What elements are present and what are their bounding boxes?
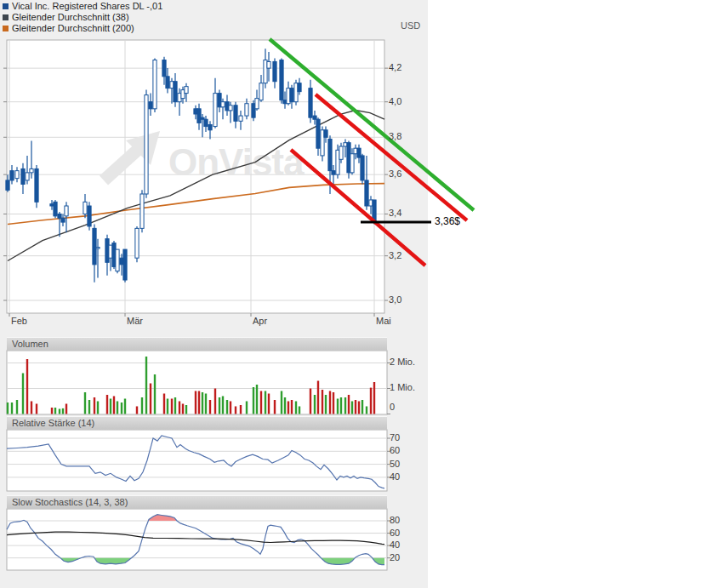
- candle-body: [116, 249, 119, 271]
- y-axis-price-label: 3,0: [389, 294, 401, 305]
- candle-body: [61, 218, 65, 222]
- volume-bar: [253, 387, 254, 414]
- candle-body: [10, 171, 14, 180]
- onvista-chart-page: OnVista Vical Inc. Registered Shares DL …: [0, 0, 723, 588]
- candle-body: [221, 102, 225, 107]
- volume-bar: [295, 402, 297, 414]
- volume-bar: [31, 402, 32, 414]
- legend-item-instrument: Vical Inc. Registered Shares DL -,01: [3, 1, 162, 11]
- volume-bar: [281, 391, 282, 414]
- candle-body: [229, 106, 232, 111]
- ma38-swatch-icon: [3, 14, 9, 20]
- volume-panel-header: Volumen: [7, 337, 387, 351]
- volume-bar: [136, 407, 138, 414]
- candle-body: [93, 228, 96, 264]
- candle-body: [204, 119, 208, 126]
- rsi-panel-header: Relative Stärke (14): [7, 416, 387, 430]
- volume-bar: [174, 397, 176, 414]
- volume-bar: [124, 399, 126, 414]
- y-axis-price-label: 3,4: [389, 208, 401, 218]
- y-axis-price-label: 3,2: [389, 250, 401, 260]
- candle-body: [83, 202, 87, 214]
- candle-body: [6, 180, 9, 190]
- stoch-axis-label: 40: [390, 539, 400, 550]
- candle-body: [365, 180, 368, 206]
- volume-bar: [145, 357, 147, 414]
- volume-bar: [246, 402, 248, 414]
- volume-bar: [314, 395, 316, 414]
- y-axis-price-label: 4,0: [389, 96, 401, 106]
- volume-bar: [268, 394, 270, 414]
- volume-bar: [219, 397, 220, 414]
- volume-bar: [284, 397, 286, 414]
- volume-bar: [26, 359, 28, 414]
- volume-bar: [205, 394, 207, 414]
- volume-bar: [230, 402, 231, 414]
- candle-body: [332, 171, 335, 174]
- volume-bar: [65, 404, 67, 414]
- candle-body: [290, 88, 293, 102]
- volume-bar: [62, 408, 64, 414]
- candle-body: [96, 248, 100, 248]
- candle-body: [21, 168, 25, 184]
- volume-axis-label: 2 Mio.: [390, 357, 415, 367]
- candle-body: [324, 130, 327, 137]
- volume-bar: [167, 399, 168, 414]
- volume-bar: [110, 399, 111, 414]
- volume-bar: [117, 402, 118, 414]
- volume-bar: [182, 404, 184, 414]
- candle-body: [239, 116, 242, 121]
- volume-bar: [370, 388, 372, 414]
- volume-bar: [317, 381, 319, 414]
- volume-bar: [344, 397, 346, 414]
- candle-body: [208, 124, 212, 129]
- volume-bar: [235, 407, 236, 414]
- volume-bar: [185, 405, 187, 414]
- candle-body: [313, 116, 316, 119]
- volume-bar: [163, 394, 165, 414]
- legend: Vical Inc. Registered Shares DL -,01 Gle…: [3, 1, 162, 34]
- volume-bar: [141, 397, 143, 414]
- candle-body: [174, 82, 177, 102]
- candle-body: [145, 95, 148, 194]
- volume-bar: [337, 399, 339, 414]
- volume-bar: [154, 374, 156, 414]
- candle-body: [234, 106, 237, 122]
- candle-body: [58, 214, 61, 218]
- x-axis-label-mar: Mär: [127, 316, 143, 326]
- stoch-axis-label: 80: [390, 515, 400, 525]
- x-axis-label-mai: Mai: [376, 316, 391, 326]
- x-axis-label-apr: Apr: [253, 316, 267, 326]
- volume-bar: [7, 402, 9, 414]
- volume-bar: [265, 391, 266, 414]
- candle-body: [35, 168, 38, 202]
- candle-body: [15, 171, 19, 179]
- volume-bar: [84, 392, 86, 414]
- candle-body: [213, 94, 217, 127]
- volume-bar: [209, 400, 211, 414]
- candle-body: [123, 249, 127, 280]
- volume-bar: [256, 385, 258, 414]
- volume-bar: [373, 382, 375, 414]
- volume-bar: [106, 395, 108, 414]
- candle-body: [149, 102, 152, 109]
- volume-bar: [355, 400, 356, 414]
- rsi-axis-label: 40: [390, 471, 400, 482]
- volume-bar: [240, 405, 242, 414]
- ma200-swatch-icon: [3, 26, 9, 31]
- candle-body: [259, 83, 263, 100]
- candle-body: [185, 87, 188, 94]
- volume-bar: [351, 402, 353, 414]
- ma200-label: Gleitender Durchschnitt (200): [12, 23, 134, 33]
- volume-bar: [348, 395, 350, 414]
- candle-body: [298, 83, 301, 92]
- volume-bar: [121, 402, 122, 414]
- volume-bar: [11, 402, 13, 414]
- volume-bar: [340, 397, 342, 414]
- candle-body: [30, 168, 33, 172]
- candle-body: [350, 154, 354, 173]
- candle-body: [309, 88, 312, 118]
- volume-bar: [51, 408, 53, 414]
- candle-body: [26, 173, 29, 180]
- candle-body: [140, 194, 144, 228]
